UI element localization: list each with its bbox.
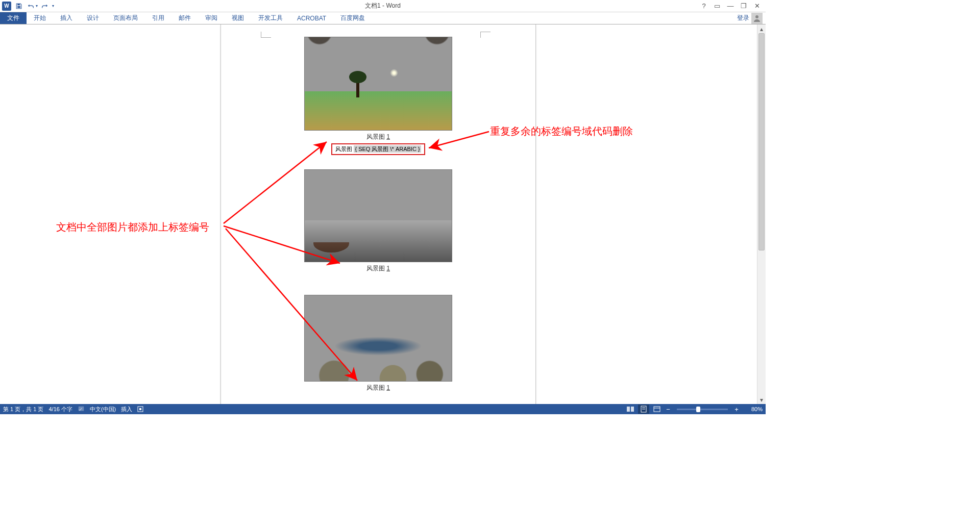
figure-block-1: 风景图 1 风景图 { SEQ 风景图 \* ARABIC } xyxy=(304,37,452,155)
signin-link[interactable]: 登录 xyxy=(737,14,749,22)
status-bar: 第 1 页，共 1 页 4/16 个字 中文(中国) 插入 − + 80% xyxy=(0,404,766,414)
zoom-out-button[interactable]: − xyxy=(665,406,672,413)
tab-mailings[interactable]: 邮件 xyxy=(172,12,198,24)
tab-view[interactable]: 视图 xyxy=(225,12,251,24)
view-web-layout-button[interactable] xyxy=(651,405,663,414)
close-button[interactable]: ✕ xyxy=(751,1,763,11)
document-page[interactable]: 风景图 1 风景图 { SEQ 风景图 \* ARABIC } 风景图 1 xyxy=(220,24,536,404)
undo-button[interactable] xyxy=(26,1,37,12)
tab-design[interactable]: 设计 xyxy=(80,12,106,24)
status-macro-icon[interactable] xyxy=(137,406,143,412)
inserted-image-2[interactable] xyxy=(304,169,452,262)
duplicate-field-code-box[interactable]: 风景图 { SEQ 风景图 \* ARABIC } xyxy=(331,143,425,155)
caption-number: 1 xyxy=(386,265,390,272)
user-avatar-icon[interactable] xyxy=(751,13,763,24)
document-area: 风景图 1 风景图 { SEQ 风景图 \* ARABIC } 风景图 1 xyxy=(0,24,766,404)
scroll-down-button[interactable]: ▾ xyxy=(757,395,766,404)
qat-customize-icon[interactable]: ▾ xyxy=(52,4,54,8)
word-app-icon: W xyxy=(2,2,11,11)
tab-file[interactable]: 文件 xyxy=(0,12,27,24)
tab-baidu[interactable]: 百度网盘 xyxy=(333,12,372,24)
caption-label: 风景图 xyxy=(366,265,385,272)
svg-rect-6 xyxy=(139,408,141,410)
status-spellcheck-icon[interactable] xyxy=(78,406,85,413)
help-button[interactable]: ? xyxy=(698,1,709,11)
zoom-slider-knob[interactable] xyxy=(696,407,700,412)
annotation-right: 重复多余的标签编号域代码删除 xyxy=(490,124,633,138)
caption-label: 风景图 xyxy=(366,133,385,140)
field-label: 风景图 xyxy=(335,146,354,152)
undo-dropdown-icon[interactable]: ▾ xyxy=(36,4,38,8)
margin-mark xyxy=(261,32,271,38)
zoom-in-button[interactable]: + xyxy=(733,406,740,413)
restore-button[interactable]: ❐ xyxy=(738,1,749,11)
minimize-button[interactable]: — xyxy=(725,1,736,11)
redo-button[interactable] xyxy=(39,1,50,12)
figure-block-3: 风景图 1 xyxy=(304,295,452,392)
ribbon-tabs: 文件 开始 插入 设计 页面布局 引用 邮件 审阅 视图 开发工具 ACROBA… xyxy=(0,12,766,24)
status-language[interactable]: 中文(中国) xyxy=(90,406,116,413)
view-print-layout-button[interactable] xyxy=(638,405,649,414)
title-bar: W ▾ ▾ 文档1 - Word ? ▭ — ❐ ✕ xyxy=(0,0,766,12)
caption-1[interactable]: 风景图 1 xyxy=(304,133,452,141)
tab-developer[interactable]: 开发工具 xyxy=(251,12,290,24)
inserted-image-1[interactable] xyxy=(304,37,452,131)
caption-number: 1 xyxy=(386,384,390,391)
scroll-thumb[interactable] xyxy=(758,33,765,250)
caption-number: 1 xyxy=(386,133,390,140)
figure-block-2: 风景图 1 xyxy=(304,169,452,273)
caption-label: 风景图 xyxy=(366,384,385,391)
tab-insert[interactable]: 插入 xyxy=(53,12,80,24)
vertical-scrollbar[interactable]: ▴ ▾ xyxy=(757,24,766,404)
tab-layout[interactable]: 页面布局 xyxy=(106,12,145,24)
quick-access-toolbar: ▾ ▾ xyxy=(13,1,54,12)
tab-references[interactable]: 引用 xyxy=(145,12,172,24)
status-page[interactable]: 第 1 页，共 1 页 xyxy=(3,406,43,413)
seq-field-code[interactable]: { SEQ 风景图 \* ARABIC } xyxy=(354,145,421,153)
status-insert-mode[interactable]: 插入 xyxy=(121,406,132,413)
save-button[interactable] xyxy=(13,1,24,12)
document-viewport[interactable]: 风景图 1 风景图 { SEQ 风景图 \* ARABIC } 风景图 1 xyxy=(0,24,757,404)
ribbon-display-options-button[interactable]: ▭ xyxy=(712,1,723,11)
view-read-mode-button[interactable] xyxy=(625,405,636,414)
svg-point-0 xyxy=(755,15,758,18)
annotation-left: 文档中全部图片都添加上标签编号 xyxy=(56,220,209,234)
svg-rect-10 xyxy=(654,407,660,412)
tab-review[interactable]: 审阅 xyxy=(198,12,225,24)
zoom-level[interactable]: 80% xyxy=(742,406,763,412)
scroll-up-button[interactable]: ▴ xyxy=(757,24,766,33)
tab-acrobat[interactable]: ACROBAT xyxy=(290,12,333,24)
status-wordcount[interactable]: 4/16 个字 xyxy=(48,406,72,413)
inserted-image-3[interactable] xyxy=(304,295,452,382)
window-controls: ? ▭ — ❐ ✕ xyxy=(698,1,766,11)
zoom-slider[interactable] xyxy=(677,409,728,410)
scroll-track[interactable] xyxy=(757,33,766,395)
margin-mark xyxy=(480,32,491,38)
caption-2[interactable]: 风景图 1 xyxy=(304,264,452,273)
caption-3[interactable]: 风景图 1 xyxy=(304,384,452,392)
window-title: 文档1 - Word xyxy=(365,2,401,10)
tab-home[interactable]: 开始 xyxy=(27,12,53,24)
